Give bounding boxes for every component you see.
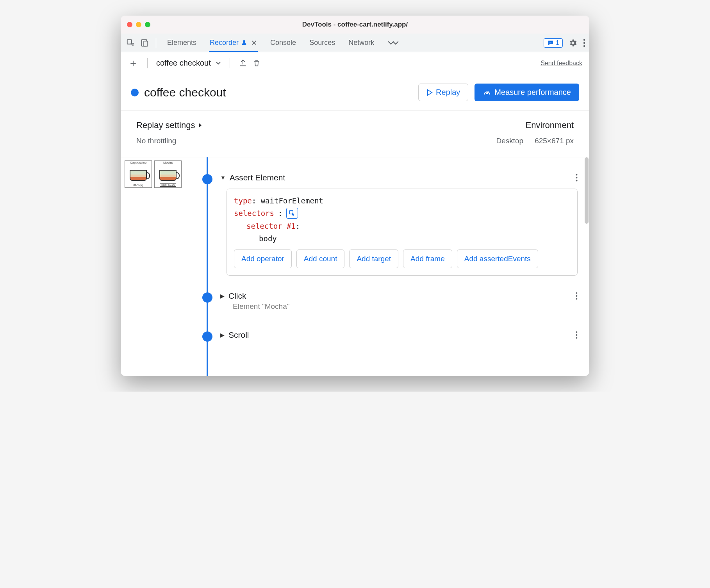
tab-console[interactable]: Console	[269, 35, 297, 51]
svg-rect-4	[549, 43, 551, 43]
recording-status-dot	[131, 89, 139, 96]
more-icon[interactable]	[583, 39, 585, 47]
key-selectors: selectors	[234, 207, 274, 219]
svg-point-9	[576, 174, 578, 176]
recording-title: coffee checkout	[144, 86, 226, 99]
add-operator-button[interactable]: Add operator	[234, 249, 292, 268]
recording-header: coffee checkout Replay Measure performan…	[121, 74, 589, 111]
environment-label: Environment	[496, 120, 574, 130]
val-selector-1: body	[259, 234, 277, 243]
divider	[156, 38, 156, 48]
add-frame-button[interactable]: Add frame	[403, 249, 452, 268]
step-click: ▶ Click Element "Mocha"	[201, 291, 589, 311]
step-marker	[202, 292, 212, 303]
flask-icon	[241, 40, 247, 46]
send-feedback-link[interactable]: Send feedback	[541, 60, 582, 66]
window-title: DevTools - coffee-cart.netlify.app/	[121, 21, 589, 29]
devtools-window: DevTools - coffee-cart.netlify.app/ Elem…	[121, 16, 589, 376]
step-title: Click	[228, 291, 246, 301]
issues-count: 1	[556, 39, 559, 46]
environment-viewport: 625×671 px	[535, 137, 574, 145]
tab-elements[interactable]: Elements	[166, 35, 197, 51]
issues-badge[interactable]: 1	[544, 38, 563, 48]
environment-device: Desktop	[496, 137, 523, 145]
replay-settings-toggle[interactable]: Replay settings	[136, 120, 496, 130]
scrollbar-thumb[interactable]	[585, 157, 589, 224]
step-menu-icon[interactable]	[576, 331, 578, 339]
tab-network[interactable]: Network	[348, 35, 375, 51]
tab-recorder[interactable]: Recorder ✕	[209, 35, 258, 52]
replay-settings-label: Replay settings	[136, 120, 195, 130]
divider	[147, 58, 148, 68]
new-recording-button[interactable]: ＋	[128, 56, 139, 70]
window-titlebar: DevTools - coffee-cart.netlify.app/	[121, 16, 589, 34]
caret-right-icon	[198, 123, 202, 128]
svg-point-6	[583, 42, 585, 43]
disclosure-toggle[interactable]: ▼	[220, 175, 226, 181]
svg-point-15	[576, 298, 578, 300]
step-assert-element: ▼ Assert Element type: waitForElement se…	[201, 157, 589, 276]
close-tab-icon[interactable]: ✕	[251, 39, 257, 47]
step-details-panel: type: waitForElement selectors: selector…	[227, 189, 578, 276]
measure-performance-button[interactable]: Measure performance	[475, 84, 579, 101]
step-menu-icon[interactable]	[576, 292, 578, 300]
recorder-content: Cappuccino cart (0) Mocha Total: $0.00 ▼…	[121, 157, 589, 376]
recording-name: coffee checkout	[156, 59, 211, 68]
svg-rect-3	[549, 42, 552, 42]
step-menu-icon[interactable]	[576, 174, 578, 182]
replay-label: Replay	[436, 88, 460, 97]
step-title: Scroll	[228, 330, 249, 340]
settings-icon[interactable]	[568, 38, 578, 48]
disclosure-toggle[interactable]: ▶	[220, 293, 225, 299]
screenshot-thumbnail[interactable]: Mocha Total: $0.00	[154, 160, 182, 188]
measure-label: Measure performance	[494, 88, 571, 97]
replay-button[interactable]: Replay	[418, 84, 468, 101]
divider	[529, 137, 529, 145]
thumbnail-footer: Total: $0.00	[155, 183, 181, 187]
tab-overflow-icon[interactable]	[387, 37, 400, 49]
add-count-button[interactable]: Add count	[296, 249, 345, 268]
svg-point-8	[487, 93, 488, 94]
svg-point-11	[576, 180, 578, 182]
divider	[230, 58, 230, 68]
device-toggle-icon[interactable]	[139, 37, 150, 49]
cup-icon	[159, 170, 177, 181]
step-title: Assert Element	[230, 173, 285, 182]
step-subtitle: Element "Mocha"	[233, 302, 589, 311]
message-icon	[547, 39, 554, 46]
svg-point-14	[576, 295, 578, 297]
tab-recorder-label: Recorder	[210, 39, 239, 47]
tab-sources[interactable]: Sources	[309, 35, 336, 51]
recorder-toolbar: ＋ coffee checkout Send feedback	[121, 52, 589, 74]
inspect-element-icon[interactable]	[125, 37, 136, 49]
cup-icon	[130, 170, 147, 181]
add-target-button[interactable]: Add target	[349, 249, 398, 268]
screenshot-strip: Cappuccino cart (0) Mocha Total: $0.00	[121, 157, 189, 376]
val-type: waitForElement	[261, 196, 323, 205]
devtools-tabbar: Elements Recorder ✕ Console Sources Netw…	[121, 34, 589, 52]
svg-point-17	[576, 334, 578, 336]
tabbar-right: 1	[544, 38, 585, 48]
export-button[interactable]	[239, 59, 247, 68]
gauge-icon	[483, 88, 491, 97]
svg-point-18	[576, 337, 578, 339]
svg-point-16	[576, 331, 578, 333]
key-selector-1: selector #1	[246, 222, 296, 230]
svg-point-7	[583, 45, 585, 46]
step-scroll: ▶ Scroll	[201, 330, 589, 340]
chevron-down-icon	[216, 61, 221, 65]
throttling-value: No throttling	[136, 137, 496, 145]
screenshot-thumbnail[interactable]: Cappuccino cart (0)	[125, 160, 152, 188]
thumbnail-label: Cappuccino	[125, 161, 152, 164]
disclosure-toggle[interactable]: ▶	[220, 332, 225, 338]
pick-selector-button[interactable]	[286, 208, 298, 219]
step-marker	[202, 331, 212, 342]
steps-timeline: ▼ Assert Element type: waitForElement se…	[189, 157, 589, 376]
delete-button[interactable]	[253, 59, 260, 68]
settings-row: Replay settings No throttling Environmen…	[121, 111, 589, 157]
add-asserted-events-button[interactable]: Add assertedEvents	[457, 249, 538, 268]
key-type: type	[234, 196, 252, 205]
svg-point-5	[583, 39, 585, 40]
panel-tabs: Elements Recorder ✕ Console Sources Netw…	[166, 35, 400, 51]
recording-select[interactable]: coffee checkout	[156, 59, 221, 68]
